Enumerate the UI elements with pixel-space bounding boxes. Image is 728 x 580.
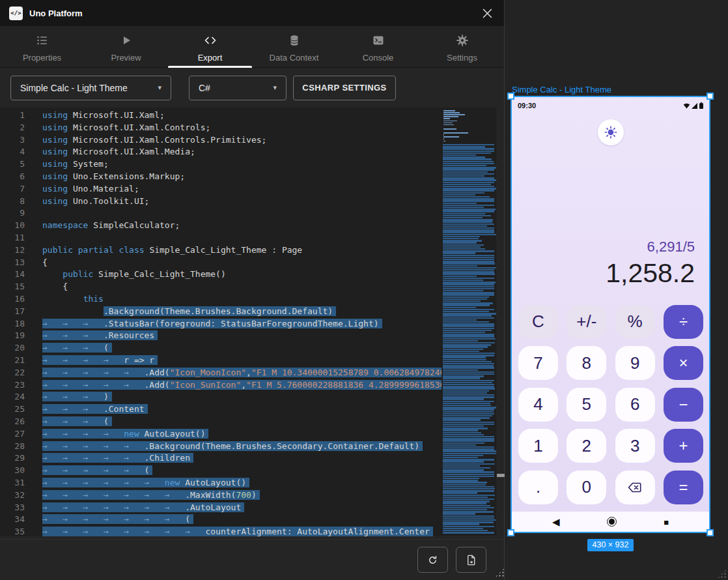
key-3[interactable]: 3	[615, 429, 655, 463]
line-content: → → → → new AutoLayout()	[42, 428, 208, 441]
minimap-selection-row	[443, 255, 494, 256]
recents-icon[interactable]: ■	[664, 516, 669, 528]
editor-scrollbar[interactable]	[497, 474, 505, 477]
tab-data-context[interactable]: Data Context	[252, 26, 336, 67]
line-content: public Simple_Calc_Light_Theme()	[42, 268, 226, 281]
close-icon[interactable]	[479, 5, 495, 21]
minimap-selection-row	[443, 219, 493, 220]
key-=[interactable]: =	[664, 471, 703, 504]
signal-icon	[692, 100, 698, 111]
minimap-selection-row	[443, 463, 495, 465]
line-number: 7	[0, 183, 25, 196]
phone-selection-frame[interactable]: 09:30 6,291/5 1,258.2 C+/-%÷789×456−123+…	[511, 96, 710, 533]
minimap-selection-row	[443, 505, 490, 506]
status-icons	[683, 100, 703, 111]
minimap-selection-row	[443, 156, 485, 158]
home-icon[interactable]	[607, 517, 617, 527]
minimap-selection-row	[443, 182, 494, 183]
minimap-selection-row	[443, 276, 477, 277]
minimap-selection-row	[443, 513, 475, 514]
key-8[interactable]: 8	[567, 346, 606, 380]
line-number: 20	[0, 342, 25, 355]
tab-export[interactable]: Export	[168, 26, 252, 67]
minimap-selection-row	[443, 332, 485, 333]
page-select[interactable]: Simple Calc - Light Theme ▾	[10, 76, 171, 100]
minimap-selection-row	[443, 203, 477, 204]
key-÷[interactable]: ÷	[664, 305, 703, 339]
selection-handle[interactable]	[707, 529, 714, 536]
tab-console[interactable]: Console	[336, 26, 420, 67]
theme-toggle-button[interactable]	[598, 119, 624, 145]
line-content: → → → → → .Add("Icon_MoonIcon","F1 M 10.…	[42, 367, 441, 379]
code-line: 17 .Background(Theme.Brushes.Background.…	[0, 306, 441, 318]
selection-handle[interactable]	[507, 529, 514, 536]
size-badge-row: 430 × 932	[511, 539, 710, 551]
minimap-selection-row	[443, 450, 496, 452]
phone-preview[interactable]: 09:30 6,291/5 1,258.2 C+/-%÷789×456−123+…	[512, 97, 709, 532]
line-content: using Microsoft.UI.Xaml.Media;	[42, 146, 195, 158]
minimap-selection-row	[443, 428, 488, 429]
line-number: 32	[0, 489, 25, 502]
code-line: 29→ → → → → .Children	[0, 452, 441, 465]
line-content: → → → .Content	[42, 403, 148, 416]
minimap-selection-row	[443, 328, 494, 329]
refresh-button[interactable]	[417, 547, 448, 573]
key-%[interactable]: %	[615, 305, 655, 339]
line-content: using Uno.Extensions.Markup;	[42, 171, 185, 183]
code-line: 2using Microsoft.UI.Xaml.Controls;	[0, 122, 441, 134]
key-7[interactable]: 7	[518, 346, 558, 380]
key-6[interactable]: 6	[615, 388, 655, 422]
editor-minimap[interactable]	[441, 108, 496, 536]
selection-handle[interactable]	[507, 93, 514, 100]
line-number: 10	[0, 220, 25, 232]
android-nav-bar: ◀■	[512, 512, 709, 532]
panel-resize-grip[interactable]	[717, 569, 727, 579]
page-select-value: Simple Calc - Light Theme	[20, 83, 128, 93]
language-select[interactable]: C# ▾	[189, 76, 287, 100]
key-0[interactable]: 0	[567, 471, 606, 504]
preview-page-label[interactable]: Simple Calc - Light Theme	[512, 85, 611, 94]
minimap-selection-row	[443, 271, 494, 272]
tab-properties[interactable]: Properties	[0, 26, 84, 67]
export-file-button[interactable]	[456, 547, 486, 573]
minimap-selection-row	[443, 440, 494, 441]
key-4[interactable]: 4	[518, 388, 558, 422]
minimap-selection-row	[443, 175, 484, 177]
key-5[interactable]: 5	[567, 388, 606, 422]
key-×[interactable]: ×	[664, 346, 703, 380]
back-icon[interactable]: ◀	[552, 516, 560, 528]
line-content: → → → → → (	[42, 465, 152, 477]
minimap-selection-row	[443, 246, 481, 248]
selection-handle[interactable]	[707, 93, 714, 100]
minimap-selection-row	[443, 363, 494, 364]
minimap-selection-row	[443, 250, 494, 252]
minimap-selection-row	[443, 236, 480, 237]
minimap-selection-row	[443, 252, 475, 254]
tab-preview[interactable]: Preview	[84, 26, 168, 67]
key-+/-[interactable]: +/-	[567, 305, 606, 339]
settings-icon	[456, 34, 469, 49]
key-2[interactable]: 2	[567, 429, 606, 463]
minimap-selection-row	[443, 259, 494, 260]
minimap-selection-row	[443, 499, 494, 500]
minimap-selection-row	[443, 413, 494, 414]
csharp-settings-button[interactable]: CSHARP SETTINGS	[293, 76, 396, 100]
minimap-selection-row	[443, 424, 494, 425]
key-−[interactable]: −	[664, 388, 703, 422]
key-backspace[interactable]	[615, 471, 655, 504]
minimap-selection-row	[443, 519, 496, 521]
minimap-selection-row	[443, 184, 491, 185]
key-+[interactable]: +	[664, 429, 703, 463]
key-C[interactable]: C	[518, 305, 558, 339]
minimap-selection-row	[443, 194, 475, 196]
code-line: 8using Uno.Toolkit.UI;	[0, 196, 441, 208]
minimap-selection-row	[443, 382, 492, 383]
code-editor[interactable]: 1using Microsoft.UI.Xaml;2using Microsof…	[0, 108, 441, 536]
key-dot[interactable]: .	[518, 471, 558, 504]
tab-settings[interactable]: Settings	[420, 26, 504, 67]
key-1[interactable]: 1	[518, 429, 558, 463]
line-content: using Microsoft.UI.Xaml.Controls.Primiti…	[42, 134, 266, 147]
key-9[interactable]: 9	[615, 346, 655, 380]
minimap-selection-row	[443, 480, 478, 481]
code-line: 14 public Simple_Calc_Light_Theme()	[0, 268, 441, 281]
